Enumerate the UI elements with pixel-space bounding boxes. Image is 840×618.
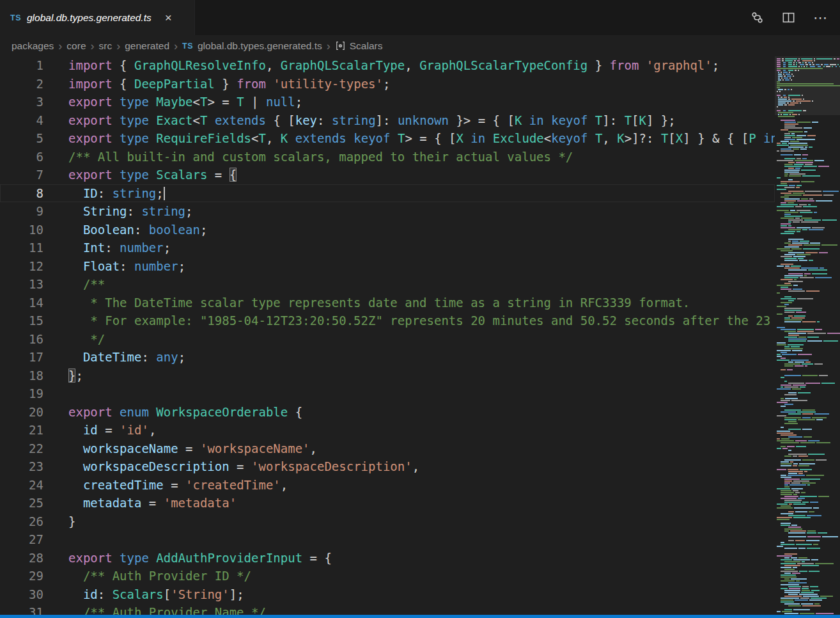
code-line[interactable]: 15 * For example: "1985-04-12T23:20:50.5…: [0, 312, 775, 330]
code-line-content: export type AddAuthProviderInput = {: [43, 549, 332, 567]
code-line-content: [43, 530, 68, 549]
code-line[interactable]: 21 id = 'id',: [0, 421, 775, 440]
code-line[interactable]: 26}: [0, 512, 775, 531]
line-number: 3: [0, 93, 43, 111]
more-actions-icon[interactable]: ⋯: [813, 11, 827, 25]
line-number: 30: [0, 585, 43, 604]
code-line[interactable]: 14 * The DateTime scalar type represents…: [0, 294, 775, 312]
code-line-content: Int: number;: [43, 239, 171, 257]
line-number: 20: [0, 403, 43, 422]
chevron-right-icon: ›: [91, 40, 95, 52]
tab-close-icon[interactable]: ×: [165, 12, 172, 24]
code-line-content: /** Auth Provider Name */: [43, 603, 266, 615]
line-number: 26: [0, 512, 43, 531]
line-number: 14: [0, 294, 43, 312]
line-number: 25: [0, 494, 43, 512]
code-line[interactable]: 3export type Maybe<T> = T | null;: [0, 93, 775, 111]
code-line[interactable]: 25 metadata = 'metadata': [0, 494, 775, 512]
vscode-window: TS global.db.types.generated.ts × ⋯: [0, 0, 840, 618]
editor: 1import { GraphQLResolveInfo, GraphQLSca…: [0, 56, 840, 615]
line-number: 18: [0, 367, 43, 385]
chevron-right-icon: ›: [116, 40, 120, 52]
code-line[interactable]: 29 /** Auth Provider ID */: [0, 567, 775, 585]
code-line[interactable]: 19: [0, 384, 775, 403]
line-number: 28: [0, 549, 43, 567]
code-line[interactable]: 1import { GraphQLResolveInfo, GraphQLSca…: [0, 56, 775, 75]
code-line-content: String: string;: [43, 202, 193, 221]
line-number: 10: [0, 221, 43, 239]
code-line[interactable]: 4export type Exact<T extends { [key: str…: [0, 111, 775, 130]
code-line[interactable]: 28export type AddAuthProviderInput = {: [0, 549, 775, 567]
line-number: 5: [0, 129, 43, 148]
text-cursor: [164, 187, 165, 200]
breadcrumb-item-src[interactable]: src: [99, 40, 113, 52]
line-number: 16: [0, 330, 43, 349]
line-number: 21: [0, 421, 43, 440]
tab-global-db-types-generated[interactable]: TS global.db.types.generated.ts ×: [0, 0, 195, 35]
code-line-content: export type RequireFields<T, K extends k…: [43, 129, 775, 148]
code-area[interactable]: 1import { GraphQLResolveInfo, GraphQLSca…: [0, 56, 775, 615]
code-line-content: workspaceName = 'workspaceName',: [43, 440, 317, 458]
code-line[interactable]: 11 Int: number;: [0, 239, 775, 257]
code-line-content: * The DateTime scalar type represents da…: [43, 294, 690, 312]
code-line-content: id = 'id',: [43, 421, 156, 440]
line-number: 1: [0, 56, 43, 75]
line-number: 31: [0, 603, 43, 615]
breadcrumb-item-generated[interactable]: generated: [125, 40, 169, 52]
open-changes-icon[interactable]: [751, 11, 764, 24]
code-line-content: createdTime = 'createdTime',: [43, 476, 288, 495]
code-line[interactable]: 7export type Scalars = {: [0, 166, 775, 184]
code-line-content: export enum WorkspaceOrderable {: [43, 403, 302, 422]
code-line[interactable]: 13 /**: [0, 275, 775, 294]
code-line[interactable]: 17 DateTime: any;: [0, 348, 775, 367]
code-line-content: export type Exact<T extends { [key: stri…: [43, 111, 676, 130]
code-line[interactable]: 22 workspaceName = 'workspaceName',: [0, 440, 775, 458]
minimap[interactable]: [775, 56, 840, 615]
line-number: 23: [0, 457, 43, 476]
code-line[interactable]: 5export type RequireFields<T, K extends …: [0, 129, 775, 148]
code-line-content: workspaceDescription = 'workspaceDescrip…: [43, 457, 419, 476]
chevron-right-icon: ›: [174, 40, 178, 52]
breadcrumb-file[interactable]: global.db.types.generated.ts: [198, 40, 322, 52]
typescript-file-icon: TS: [10, 13, 21, 22]
code-line[interactable]: 9 String: string;: [0, 202, 775, 221]
breadcrumb-item-packages[interactable]: packages: [12, 40, 54, 52]
split-editor-icon[interactable]: [782, 11, 795, 24]
line-number: 6: [0, 148, 43, 166]
line-number: 24: [0, 476, 43, 495]
code-line-content: };: [43, 367, 83, 385]
chevron-right-icon: ›: [327, 40, 331, 52]
line-number: 12: [0, 257, 43, 276]
line-number: 17: [0, 348, 43, 367]
code-line[interactable]: 30 id: Scalars['String'];: [0, 585, 775, 604]
symbol-type-icon: [335, 40, 346, 51]
code-line[interactable]: 20export enum WorkspaceOrderable {: [0, 403, 775, 422]
code-line[interactable]: 23 workspaceDescription = 'workspaceDesc…: [0, 457, 775, 476]
code-line[interactable]: 16 */: [0, 330, 775, 349]
line-number: 11: [0, 239, 43, 257]
code-line[interactable]: 6/** All built-in and custom scalars, ma…: [0, 148, 775, 166]
code-line-content: import { GraphQLResolveInfo, GraphQLScal…: [43, 56, 719, 75]
line-number: 9: [0, 202, 43, 221]
code-line[interactable]: 8 ID: string;: [0, 184, 775, 203]
code-line-content: import { DeepPartial } from 'utility-typ…: [43, 75, 390, 93]
tab-title: global.db.types.generated.ts: [27, 12, 152, 24]
editor-actions: ⋯: [751, 0, 840, 35]
code-line[interactable]: 10 Boolean: boolean;: [0, 221, 775, 239]
line-number: 7: [0, 166, 43, 184]
code-line[interactable]: 12 Float: number;: [0, 257, 775, 276]
breadcrumb-symbol-scalars[interactable]: Scalars: [350, 40, 383, 52]
code-line[interactable]: 27: [0, 530, 775, 549]
code-line[interactable]: 31 /** Auth Provider Name */: [0, 603, 775, 615]
minimap-content: [775, 56, 840, 615]
breadcrumb-item-core[interactable]: core: [66, 40, 86, 52]
code-line-content: /** All built-in and custom scalars, map…: [43, 148, 573, 166]
line-number: 2: [0, 75, 43, 93]
code-line[interactable]: 2import { DeepPartial } from 'utility-ty…: [0, 75, 775, 93]
code-line[interactable]: 24 createdTime = 'createdTime',: [0, 476, 775, 495]
code-line-content: /**: [43, 275, 105, 294]
code-line-content: export type Maybe<T> = T | null;: [43, 93, 302, 111]
line-number: 27: [0, 530, 43, 549]
code-line[interactable]: 18};: [0, 367, 775, 385]
code-line-content: */: [43, 330, 105, 349]
